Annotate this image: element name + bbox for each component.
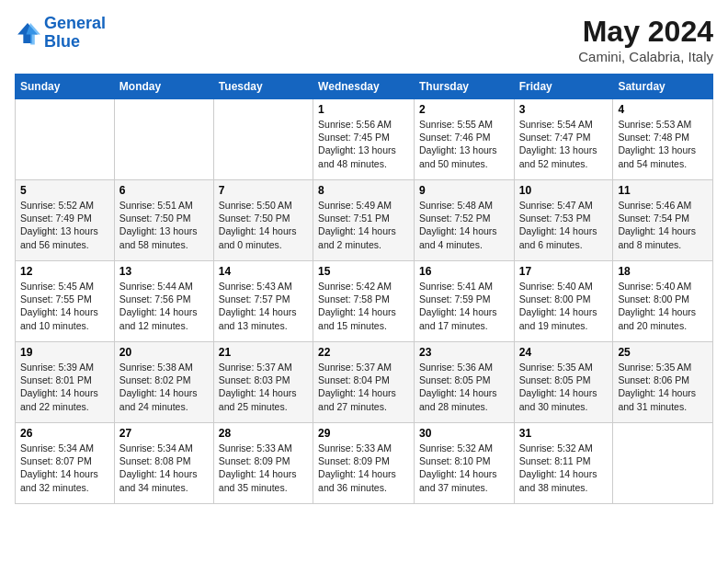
day-info: Sunrise: 5:36 AM Sunset: 8:05 PM Dayligh…	[419, 361, 509, 413]
day-number: 30	[419, 427, 509, 440]
header-cell-saturday: Saturday	[613, 75, 713, 99]
calendar-cell: 8Sunrise: 5:49 AM Sunset: 7:51 PM Daylig…	[313, 180, 415, 261]
day-info: Sunrise: 5:53 AM Sunset: 7:48 PM Dayligh…	[618, 118, 708, 170]
calendar-cell: 15Sunrise: 5:42 AM Sunset: 7:58 PM Dayli…	[313, 261, 415, 342]
logo-line2: Blue	[44, 32, 80, 51]
day-info: Sunrise: 5:39 AM Sunset: 8:01 PM Dayligh…	[20, 361, 109, 413]
day-info: Sunrise: 5:32 AM Sunset: 8:10 PM Dayligh…	[419, 442, 509, 494]
calendar-week-2: 5Sunrise: 5:52 AM Sunset: 7:49 PM Daylig…	[16, 180, 713, 261]
calendar-cell: 1Sunrise: 5:56 AM Sunset: 7:45 PM Daylig…	[313, 99, 415, 180]
header-cell-sunday: Sunday	[16, 75, 115, 99]
calendar-cell: 10Sunrise: 5:47 AM Sunset: 7:53 PM Dayli…	[514, 180, 613, 261]
header-cell-thursday: Thursday	[414, 75, 514, 99]
location: Camini, Calabria, Italy	[578, 49, 713, 64]
day-info: Sunrise: 5:47 AM Sunset: 7:53 PM Dayligh…	[519, 199, 609, 251]
logo-text: General Blue	[44, 15, 106, 52]
day-number: 6	[119, 184, 209, 197]
calendar-cell: 29Sunrise: 5:33 AM Sunset: 8:09 PM Dayli…	[313, 423, 415, 504]
day-number: 22	[318, 346, 409, 359]
day-info: Sunrise: 5:40 AM Sunset: 8:00 PM Dayligh…	[618, 280, 708, 332]
logo: General Blue	[15, 15, 106, 52]
calendar-week-1: 1Sunrise: 5:56 AM Sunset: 7:45 PM Daylig…	[16, 99, 713, 180]
day-number: 10	[519, 184, 609, 197]
day-info: Sunrise: 5:54 AM Sunset: 7:47 PM Dayligh…	[519, 118, 609, 170]
day-number: 24	[519, 346, 609, 359]
day-info: Sunrise: 5:55 AM Sunset: 7:46 PM Dayligh…	[419, 118, 509, 170]
day-number: 20	[119, 346, 209, 359]
day-number: 18	[618, 265, 708, 278]
calendar-body: 1Sunrise: 5:56 AM Sunset: 7:45 PM Daylig…	[16, 99, 713, 504]
day-number: 5	[20, 184, 109, 197]
calendar-cell: 9Sunrise: 5:48 AM Sunset: 7:52 PM Daylig…	[414, 180, 514, 261]
day-number: 7	[219, 184, 308, 197]
calendar-cell: 31Sunrise: 5:32 AM Sunset: 8:11 PM Dayli…	[514, 423, 613, 504]
day-number: 9	[419, 184, 509, 197]
calendar-week-5: 26Sunrise: 5:34 AM Sunset: 8:07 PM Dayli…	[16, 423, 713, 504]
calendar-cell: 13Sunrise: 5:44 AM Sunset: 7:56 PM Dayli…	[114, 261, 213, 342]
day-info: Sunrise: 5:56 AM Sunset: 7:45 PM Dayligh…	[318, 118, 409, 170]
calendar-cell: 26Sunrise: 5:34 AM Sunset: 8:07 PM Dayli…	[16, 423, 115, 504]
day-info: Sunrise: 5:48 AM Sunset: 7:52 PM Dayligh…	[419, 199, 509, 251]
calendar-cell: 3Sunrise: 5:54 AM Sunset: 7:47 PM Daylig…	[514, 99, 613, 180]
page-header: General Blue May 2024 Camini, Calabria, …	[15, 15, 713, 64]
calendar-cell: 17Sunrise: 5:40 AM Sunset: 8:00 PM Dayli…	[514, 261, 613, 342]
day-info: Sunrise: 5:32 AM Sunset: 8:11 PM Dayligh…	[519, 442, 609, 494]
header-cell-friday: Friday	[514, 75, 613, 99]
day-info: Sunrise: 5:35 AM Sunset: 8:06 PM Dayligh…	[618, 361, 708, 413]
calendar-cell	[213, 99, 313, 180]
day-number: 11	[618, 184, 708, 197]
calendar-cell: 11Sunrise: 5:46 AM Sunset: 7:54 PM Dayli…	[613, 180, 713, 261]
calendar-cell: 4Sunrise: 5:53 AM Sunset: 7:48 PM Daylig…	[613, 99, 713, 180]
logo-line1: General	[44, 14, 106, 32]
calendar-cell: 6Sunrise: 5:51 AM Sunset: 7:50 PM Daylig…	[114, 180, 213, 261]
day-number: 31	[519, 427, 609, 440]
calendar-cell: 5Sunrise: 5:52 AM Sunset: 7:49 PM Daylig…	[16, 180, 115, 261]
month-title: May 2024	[578, 15, 713, 49]
day-number: 16	[419, 265, 509, 278]
day-info: Sunrise: 5:37 AM Sunset: 8:03 PM Dayligh…	[219, 361, 308, 413]
day-info: Sunrise: 5:34 AM Sunset: 8:07 PM Dayligh…	[20, 442, 109, 494]
day-info: Sunrise: 5:38 AM Sunset: 8:02 PM Dayligh…	[119, 361, 209, 413]
day-info: Sunrise: 5:33 AM Sunset: 8:09 PM Dayligh…	[219, 442, 308, 494]
day-number: 4	[618, 103, 708, 116]
calendar-cell	[114, 99, 213, 180]
day-info: Sunrise: 5:49 AM Sunset: 7:51 PM Dayligh…	[318, 199, 409, 251]
day-info: Sunrise: 5:40 AM Sunset: 8:00 PM Dayligh…	[519, 280, 609, 332]
calendar-cell: 30Sunrise: 5:32 AM Sunset: 8:10 PM Dayli…	[414, 423, 514, 504]
day-info: Sunrise: 5:52 AM Sunset: 7:49 PM Dayligh…	[20, 199, 109, 251]
day-info: Sunrise: 5:41 AM Sunset: 7:59 PM Dayligh…	[419, 280, 509, 332]
day-info: Sunrise: 5:50 AM Sunset: 7:50 PM Dayligh…	[219, 199, 308, 251]
day-number: 29	[318, 427, 409, 440]
calendar-cell: 28Sunrise: 5:33 AM Sunset: 8:09 PM Dayli…	[213, 423, 313, 504]
title-block: May 2024 Camini, Calabria, Italy	[578, 15, 713, 64]
day-number: 25	[618, 346, 708, 359]
day-number: 15	[318, 265, 409, 278]
day-number: 28	[219, 427, 308, 440]
day-number: 8	[318, 184, 409, 197]
day-info: Sunrise: 5:43 AM Sunset: 7:57 PM Dayligh…	[219, 280, 308, 332]
header-cell-tuesday: Tuesday	[213, 75, 313, 99]
header-cell-wednesday: Wednesday	[313, 75, 415, 99]
calendar-cell	[16, 99, 115, 180]
calendar-cell: 12Sunrise: 5:45 AM Sunset: 7:55 PM Dayli…	[16, 261, 115, 342]
calendar-week-4: 19Sunrise: 5:39 AM Sunset: 8:01 PM Dayli…	[16, 342, 713, 423]
day-number: 19	[20, 346, 109, 359]
calendar-cell: 27Sunrise: 5:34 AM Sunset: 8:08 PM Dayli…	[114, 423, 213, 504]
calendar-cell: 20Sunrise: 5:38 AM Sunset: 8:02 PM Dayli…	[114, 342, 213, 423]
day-number: 21	[219, 346, 308, 359]
calendar-header: SundayMondayTuesdayWednesdayThursdayFrid…	[16, 75, 713, 99]
day-info: Sunrise: 5:35 AM Sunset: 8:05 PM Dayligh…	[519, 361, 609, 413]
calendar-table: SundayMondayTuesdayWednesdayThursdayFrid…	[15, 74, 713, 504]
day-number: 2	[419, 103, 509, 116]
day-info: Sunrise: 5:44 AM Sunset: 7:56 PM Dayligh…	[119, 280, 209, 332]
day-number: 1	[318, 103, 409, 116]
calendar-cell: 14Sunrise: 5:43 AM Sunset: 7:57 PM Dayli…	[213, 261, 313, 342]
calendar-cell: 7Sunrise: 5:50 AM Sunset: 7:50 PM Daylig…	[213, 180, 313, 261]
day-number: 14	[219, 265, 308, 278]
day-info: Sunrise: 5:37 AM Sunset: 8:04 PM Dayligh…	[318, 361, 409, 413]
calendar-cell: 21Sunrise: 5:37 AM Sunset: 8:03 PM Dayli…	[213, 342, 313, 423]
day-info: Sunrise: 5:42 AM Sunset: 7:58 PM Dayligh…	[318, 280, 409, 332]
calendar-cell: 22Sunrise: 5:37 AM Sunset: 8:04 PM Dayli…	[313, 342, 415, 423]
calendar-cell: 24Sunrise: 5:35 AM Sunset: 8:05 PM Dayli…	[514, 342, 613, 423]
day-number: 27	[119, 427, 209, 440]
